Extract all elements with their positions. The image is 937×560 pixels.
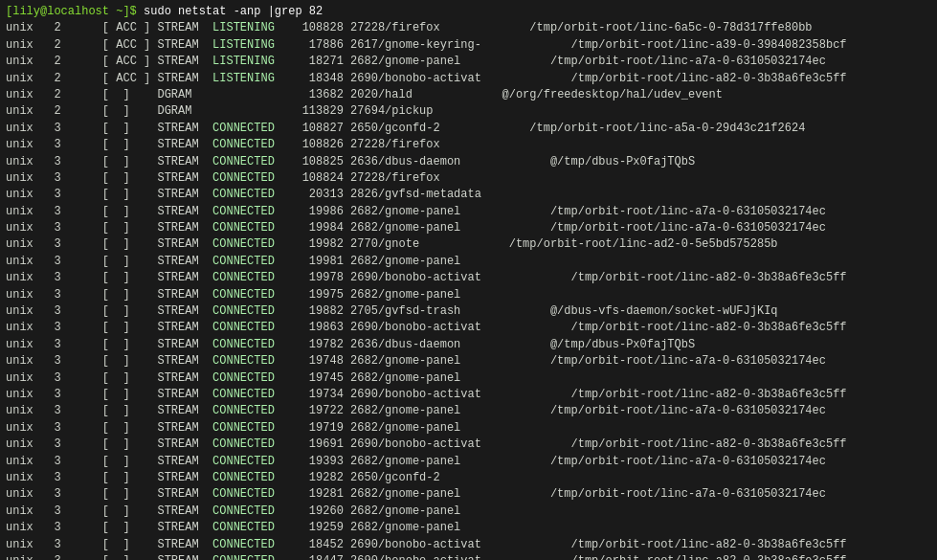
table-row: unix 3 [ ] STREAM CONNECTED 108827 2650/… xyxy=(6,122,805,135)
table-row: unix 3 [ ] STREAM CONNECTED 108826 27228… xyxy=(6,138,440,151)
table-row: unix 2 [ ] DGRAM 13682 2020/hald @/org/f… xyxy=(6,88,723,101)
table-row: unix 3 [ ] STREAM CONNECTED 18452 2690/b… xyxy=(6,538,847,551)
table-row: unix 3 [ ] STREAM CONNECTED 19393 2682/g… xyxy=(6,455,826,468)
table-row: unix 2 [ ACC ] STREAM LISTENING 18348 26… xyxy=(6,72,847,85)
table-row: unix 3 [ ] STREAM CONNECTED 19863 2690/b… xyxy=(6,321,847,334)
table-row: unix 2 [ ACC ] STREAM LISTENING 108828 2… xyxy=(6,21,813,34)
table-row: unix 3 [ ] STREAM CONNECTED 19882 2705/g… xyxy=(6,304,778,318)
table-row: unix 2 [ ] DGRAM 113829 27694/pickup xyxy=(6,104,434,118)
table-row: unix 3 [ ] STREAM CONNECTED 19978 2690/b… xyxy=(6,271,847,284)
table-row: unix 3 [ ] STREAM CONNECTED 19260 2682/g… xyxy=(6,504,460,518)
table-row: unix 3 [ ] STREAM CONNECTED 19975 2682/g… xyxy=(6,288,460,302)
table-row: unix 3 [ ] STREAM CONNECTED 19981 2682/g… xyxy=(6,255,460,268)
table-row: unix 3 [ ] STREAM CONNECTED 19782 2636/d… xyxy=(6,338,695,351)
terminal: [lily@localhost ~]$ sudo netstat -anp |g… xyxy=(0,0,937,560)
table-row: unix 3 [ ] STREAM CONNECTED 19719 2682/g… xyxy=(6,421,460,435)
table-row: unix 3 [ ] STREAM CONNECTED 19722 2682/g… xyxy=(6,404,826,417)
table-row: unix 3 [ ] STREAM CONNECTED 19691 2690/b… xyxy=(6,437,847,451)
table-row: unix 3 [ ] STREAM CONNECTED 19984 2682/g… xyxy=(6,221,826,235)
table-row: unix 3 [ ] STREAM CONNECTED 19982 2770/g… xyxy=(6,237,778,251)
table-row: unix 3 [ ] STREAM CONNECTED 19281 2682/g… xyxy=(6,487,826,501)
table-row: unix 3 [ ] STREAM CONNECTED 19259 2682/g… xyxy=(6,521,460,534)
prompt-line: [lily@localhost ~]$ xyxy=(6,5,137,18)
table-row: unix 3 [ ] STREAM CONNECTED 18447 2690/b… xyxy=(6,554,847,560)
table-row: unix 3 [ ] STREAM CONNECTED 108824 27228… xyxy=(6,171,440,185)
table-row: unix 3 [ ] STREAM CONNECTED 108825 2636/… xyxy=(6,155,695,168)
table-row: unix 3 [ ] STREAM CONNECTED 19745 2682/g… xyxy=(6,371,460,385)
table-row: unix 2 [ ACC ] STREAM LISTENING 18271 26… xyxy=(6,55,826,68)
table-row: unix 3 [ ] STREAM CONNECTED 19734 2690/b… xyxy=(6,388,847,401)
table-row: unix 3 [ ] STREAM CONNECTED 19748 2682/g… xyxy=(6,354,826,368)
table-row: unix 2 [ ACC ] STREAM LISTENING 17886 26… xyxy=(6,38,847,52)
table-row: unix 3 [ ] STREAM CONNECTED 20313 2826/g… xyxy=(6,188,481,201)
table-row: unix 3 [ ] STREAM CONNECTED 19282 2650/g… xyxy=(6,471,440,484)
table-row: unix 3 [ ] STREAM CONNECTED 19986 2682/g… xyxy=(6,205,826,218)
